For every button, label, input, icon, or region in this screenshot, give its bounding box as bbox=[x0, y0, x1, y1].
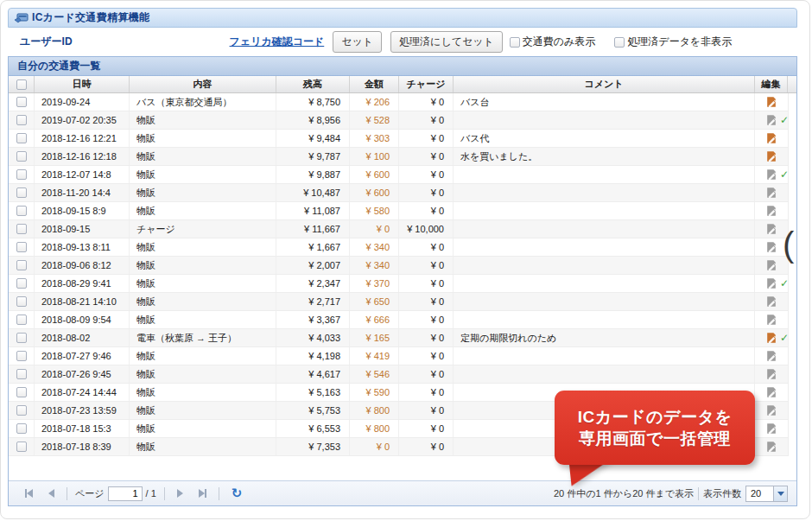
panel-collapse-handle[interactable]: ( bbox=[783, 227, 794, 262]
edit-icon[interactable] bbox=[765, 368, 777, 380]
hide-processed-checkbox[interactable] bbox=[614, 37, 625, 48]
chevron-down-icon bbox=[773, 486, 787, 501]
app-window: ICカード交通費精算機能 ユーザーID フェリカ確認コード セット 処理済にして… bbox=[0, 0, 810, 519]
edit-icon[interactable] bbox=[765, 259, 777, 271]
cell-edit bbox=[755, 148, 788, 165]
cell-comment bbox=[454, 111, 755, 129]
row-checkbox[interactable] bbox=[16, 442, 27, 452]
row-checkbox[interactable] bbox=[16, 242, 27, 252]
edit-icon[interactable] bbox=[765, 168, 777, 181]
row-checkbox[interactable] bbox=[16, 151, 27, 162]
refresh-icon[interactable]: ↻ bbox=[232, 486, 243, 501]
edit-icon[interactable] bbox=[765, 295, 777, 308]
next-page-icon[interactable] bbox=[177, 489, 183, 498]
cell-balance: ¥ 4,198 bbox=[276, 347, 350, 365]
col-header-comment[interactable]: コメント bbox=[454, 76, 755, 92]
cell-content: 物販 bbox=[130, 420, 276, 437]
cell-content: 物販 bbox=[130, 184, 276, 201]
edit-icon[interactable] bbox=[765, 96, 777, 108]
row-checkbox[interactable] bbox=[16, 351, 27, 361]
table-row[interactable]: 2018-09-13 8:11物販¥ 1,667¥ 340¥ 0 bbox=[9, 238, 789, 257]
table-row[interactable]: 2018-08-02電車（秋葉原 → 王子）¥ 4,033¥ 165¥ 0定期の… bbox=[9, 329, 789, 347]
table-row[interactable]: 2018-07-26 9:45物販¥ 4,617¥ 546¥ 0 bbox=[9, 365, 789, 384]
cell-comment bbox=[454, 347, 755, 365]
page-size-label: 表示件数 bbox=[703, 487, 741, 500]
row-checkbox[interactable] bbox=[16, 115, 27, 125]
cell-balance: ¥ 2,007 bbox=[276, 257, 350, 274]
col-header-datetime[interactable]: 日時 bbox=[35, 76, 130, 92]
cell-edit bbox=[755, 384, 788, 401]
edit-icon[interactable] bbox=[765, 386, 777, 398]
table-row[interactable]: 2018-08-21 14:10物販¥ 2,717¥ 650¥ 0 bbox=[9, 293, 789, 311]
row-checkbox[interactable] bbox=[16, 423, 27, 434]
cell-datetime: 2018-08-02 bbox=[35, 329, 130, 346]
edit-icon[interactable] bbox=[765, 241, 777, 253]
felica-code-link[interactable]: フェリカ確認コード bbox=[230, 35, 325, 49]
table-row[interactable]: 2018-12-16 12:18物販¥ 9,787¥ 100¥ 0水を買いました… bbox=[9, 148, 789, 166]
edit-icon[interactable] bbox=[765, 404, 777, 416]
cell-comment bbox=[454, 311, 755, 328]
edit-icon[interactable] bbox=[765, 350, 777, 362]
col-header-balance[interactable]: 残高 bbox=[276, 76, 350, 92]
cell-datetime: 2018-11-20 14:4 bbox=[35, 184, 130, 201]
cell-balance: ¥ 8,956 bbox=[276, 111, 350, 129]
transport-only-checkbox[interactable] bbox=[510, 37, 520, 48]
first-page-icon[interactable] bbox=[25, 489, 33, 498]
table-row[interactable]: 2018-09-06 8:12物販¥ 2,007¥ 340¥ 0 bbox=[9, 257, 789, 275]
edit-icon[interactable] bbox=[765, 187, 777, 199]
row-checkbox[interactable] bbox=[16, 133, 27, 143]
row-checkbox[interactable] bbox=[16, 278, 27, 289]
col-header-amount[interactable]: 金額 bbox=[350, 76, 399, 92]
page-size-select[interactable]: 20 bbox=[745, 486, 788, 502]
cell-amount: ¥ 303 bbox=[350, 130, 399, 147]
row-checkbox[interactable] bbox=[16, 405, 27, 416]
col-header-charge[interactable]: チャージ bbox=[399, 76, 454, 92]
cell-content: 物販 bbox=[130, 257, 276, 274]
set-processed-button[interactable]: 処理済にしてセット bbox=[390, 31, 503, 53]
select-all-checkbox[interactable] bbox=[16, 79, 27, 90]
last-page-icon[interactable] bbox=[199, 489, 206, 498]
table-row[interactable]: 2018-12-07 14:8物販¥ 9,887¥ 600¥ 0✓ bbox=[9, 166, 789, 184]
edit-icon[interactable] bbox=[765, 277, 777, 289]
edit-icon[interactable] bbox=[765, 332, 777, 344]
cell-content: 物販 bbox=[130, 438, 276, 455]
row-checkbox[interactable] bbox=[16, 224, 27, 234]
edit-icon[interactable] bbox=[765, 205, 777, 217]
edit-icon[interactable] bbox=[765, 314, 777, 326]
table-row[interactable]: 2018-12-16 12:21物販¥ 9,484¥ 303¥ 0バス代 bbox=[9, 130, 789, 148]
edit-icon[interactable] bbox=[765, 423, 777, 435]
prev-page-icon[interactable] bbox=[48, 489, 54, 498]
col-header-edit[interactable]: 編集 bbox=[755, 76, 788, 92]
row-checkbox[interactable] bbox=[16, 369, 27, 379]
set-button[interactable]: セット bbox=[333, 31, 382, 53]
pager-status: 20 件中の1 件から20 件まで表示 表示件数 20 bbox=[554, 486, 788, 502]
row-checkbox[interactable] bbox=[16, 260, 27, 270]
table-row[interactable]: 2018-08-29 9:41物販¥ 2,347¥ 370¥ 0✓ bbox=[9, 275, 789, 293]
table-row[interactable]: 2018-08-09 9:54物販¥ 3,367¥ 666¥ 0 bbox=[9, 311, 789, 329]
edit-icon[interactable] bbox=[765, 441, 777, 453]
edit-icon[interactable] bbox=[765, 150, 777, 162]
row-checkbox[interactable] bbox=[16, 97, 27, 107]
table-row[interactable]: 2018-09-15 8:9物販¥ 11,087¥ 580¥ 0 bbox=[9, 202, 789, 220]
table-row[interactable]: 2019-07-02 20:35物販¥ 8,956¥ 528¥ 0✓ bbox=[9, 111, 789, 130]
cell-amount: ¥ 100 bbox=[350, 148, 399, 165]
edit-icon[interactable] bbox=[765, 132, 777, 144]
table-row[interactable]: 2018-09-15チャージ¥ 11,667¥ 0¥ 10,000 bbox=[9, 220, 789, 238]
row-checkbox[interactable] bbox=[16, 206, 27, 216]
edit-icon[interactable] bbox=[765, 223, 777, 235]
toolbar: ユーザーID フェリカ確認コード セット 処理済にしてセット 交通費のみ表示 処… bbox=[8, 29, 797, 54]
table-row[interactable]: 2019-09-24バス（東京都交通局）¥ 8,750¥ 206¥ 0バス台 bbox=[9, 93, 789, 111]
row-checkbox[interactable] bbox=[16, 187, 27, 198]
user-id-label: ユーザーID bbox=[20, 35, 73, 49]
row-checkbox[interactable] bbox=[16, 333, 27, 343]
row-checkbox[interactable] bbox=[16, 315, 27, 325]
col-header-content[interactable]: 内容 bbox=[130, 76, 276, 92]
row-checkbox[interactable] bbox=[16, 387, 27, 397]
row-checkbox[interactable] bbox=[16, 169, 27, 180]
table-row[interactable]: 2018-11-20 14:4物販¥ 10,487¥ 600¥ 0 bbox=[9, 184, 789, 202]
table-row[interactable]: 2018-07-27 9:46物販¥ 4,198¥ 419¥ 0 bbox=[9, 347, 789, 365]
page-number-input[interactable] bbox=[108, 486, 143, 501]
row-checkbox-cell bbox=[9, 93, 35, 111]
edit-icon[interactable] bbox=[765, 114, 777, 126]
row-checkbox[interactable] bbox=[16, 296, 27, 307]
